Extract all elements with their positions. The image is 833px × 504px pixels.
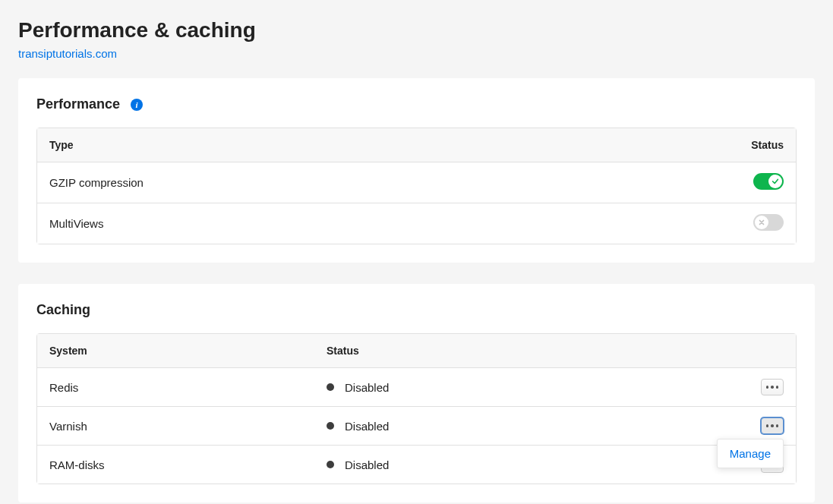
caching-row: RAM-disks Disabled bbox=[37, 446, 796, 484]
info-icon[interactable]: i bbox=[131, 99, 143, 111]
status-dot-icon bbox=[327, 461, 334, 468]
col-header-type: Type bbox=[49, 139, 723, 151]
ellipsis-icon bbox=[771, 424, 774, 427]
performance-row: MultiViews bbox=[37, 203, 796, 244]
status-dot-icon bbox=[327, 383, 334, 391]
check-icon bbox=[768, 175, 782, 188]
caching-section-title: Caching bbox=[36, 302, 90, 318]
ellipsis-icon bbox=[766, 424, 769, 427]
performance-table: Type Status GZIP compression MultiViews bbox=[36, 128, 797, 244]
more-button[interactable] bbox=[761, 379, 784, 395]
caching-row-status: Disabled bbox=[345, 420, 389, 433]
ellipsis-icon bbox=[766, 386, 769, 389]
caching-row-system: RAM-disks bbox=[49, 458, 327, 471]
performance-row-label: GZIP compression bbox=[49, 176, 723, 189]
breadcrumb[interactable]: transiptutorials.com bbox=[18, 47, 815, 60]
ellipsis-icon bbox=[776, 386, 779, 389]
ellipsis-icon bbox=[771, 386, 774, 389]
caching-row: Varnish Disabled Manage bbox=[37, 407, 796, 446]
page-title: Performance & caching bbox=[18, 18, 815, 43]
col-header-status: Status bbox=[723, 139, 784, 151]
caching-row-status: Disabled bbox=[345, 381, 389, 394]
manage-menu-item[interactable]: Manage bbox=[718, 439, 783, 468]
performance-row: GZIP compression bbox=[37, 162, 796, 203]
caching-card: Caching System Status Redis Disabled bbox=[18, 284, 815, 502]
more-button[interactable] bbox=[761, 417, 784, 434]
performance-section-title: Performance bbox=[36, 96, 120, 112]
toggle-multiviews[interactable] bbox=[753, 214, 784, 231]
performance-card: Performance i Type Status GZIP compressi… bbox=[18, 78, 815, 263]
performance-row-label: MultiViews bbox=[49, 217, 723, 230]
x-icon bbox=[755, 216, 768, 229]
toggle-gzip[interactable] bbox=[753, 173, 784, 190]
caching-row-system: Redis bbox=[49, 381, 327, 394]
caching-table: System Status Redis Disabled bbox=[36, 333, 797, 484]
col-header-status: Status bbox=[327, 345, 746, 357]
ellipsis-icon bbox=[776, 424, 779, 427]
caching-row-status: Disabled bbox=[345, 458, 389, 471]
col-header-system: System bbox=[49, 345, 327, 357]
caching-row-system: Varnish bbox=[49, 420, 327, 433]
status-dot-icon bbox=[327, 422, 334, 430]
caching-row: Redis Disabled bbox=[37, 368, 796, 407]
more-dropdown: Manage bbox=[717, 439, 784, 468]
